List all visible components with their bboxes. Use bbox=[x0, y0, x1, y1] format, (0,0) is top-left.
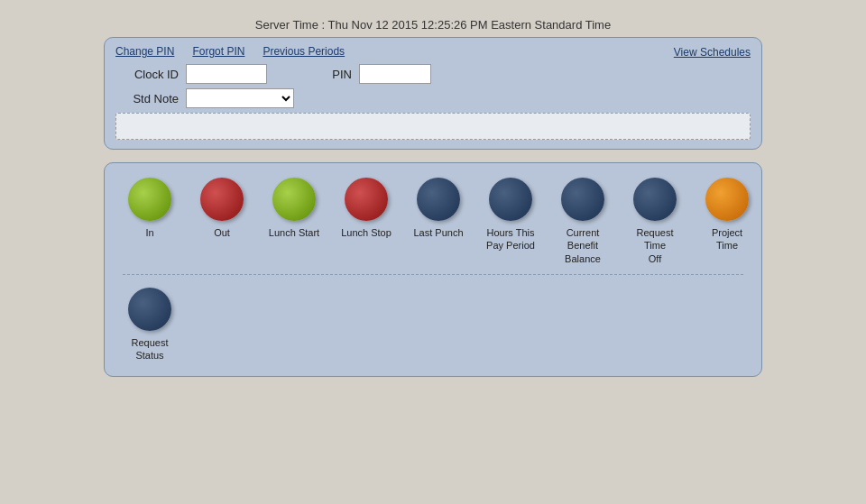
std-note-label: Std Note bbox=[115, 92, 179, 105]
out-button-item[interactable]: Out bbox=[195, 178, 249, 239]
request-time-off-button-item[interactable]: Request TimeOff bbox=[628, 178, 682, 265]
project-time-button-item[interactable]: Project Time bbox=[700, 178, 754, 252]
clock-id-input[interactable] bbox=[186, 64, 267, 84]
top-panel-links: Change PIN Forgot PIN Previous Periods V… bbox=[115, 45, 751, 59]
view-schedules-link[interactable]: View Schedules bbox=[674, 46, 751, 59]
request-time-off-button-label: Request TimeOff bbox=[628, 226, 682, 265]
project-time-button[interactable] bbox=[705, 178, 749, 221]
lunch-start-button[interactable] bbox=[272, 178, 316, 221]
clock-id-row: Clock ID PIN bbox=[115, 64, 751, 84]
in-button-item[interactable]: In bbox=[123, 178, 177, 239]
current-benefit-balance-button[interactable] bbox=[561, 178, 604, 221]
pin-label: PIN bbox=[289, 68, 352, 81]
last-punch-button[interactable] bbox=[417, 178, 460, 221]
request-status-button-label: RequestStatus bbox=[132, 336, 169, 362]
in-button[interactable] bbox=[128, 178, 171, 221]
out-button-label: Out bbox=[214, 226, 230, 239]
last-punch-button-item[interactable]: Last Punch bbox=[411, 178, 465, 239]
project-time-button-label: Project Time bbox=[700, 226, 754, 252]
request-status-button[interactable] bbox=[128, 288, 171, 331]
clock-id-label: Clock ID bbox=[115, 68, 179, 81]
current-benefit-balance-button-label: CurrentBenefitBalance bbox=[565, 226, 601, 265]
change-pin-link[interactable]: Change PIN bbox=[115, 45, 174, 59]
previous-periods-link[interactable]: Previous Periods bbox=[263, 45, 345, 59]
std-note-select[interactable]: Option 1 Option 2 bbox=[186, 88, 294, 108]
last-punch-button-label: Last Punch bbox=[413, 226, 463, 239]
out-button[interactable] bbox=[200, 178, 244, 221]
lunch-start-button-label: Lunch Start bbox=[269, 226, 319, 239]
top-panel: Change PIN Forgot PIN Previous Periods V… bbox=[104, 37, 762, 150]
std-note-row: Std Note Option 1 Option 2 bbox=[115, 88, 751, 108]
forgot-pin-link[interactable]: Forgot PIN bbox=[192, 45, 244, 59]
lunch-stop-button-label: Lunch Stop bbox=[341, 226, 392, 239]
message-area bbox=[115, 113, 751, 140]
main-buttons-row: In Out Lunch Start Lunch Stop Last Punch bbox=[123, 178, 743, 265]
lunch-start-button-item[interactable]: Lunch Start bbox=[267, 178, 321, 239]
lunch-stop-button[interactable] bbox=[345, 178, 388, 221]
pin-input[interactable] bbox=[359, 64, 431, 84]
request-time-off-button[interactable] bbox=[633, 178, 677, 221]
hours-pay-period-button-item[interactable]: Hours ThisPay Period bbox=[484, 178, 538, 252]
bottom-panel: In Out Lunch Start Lunch Stop Last Punch bbox=[104, 162, 762, 377]
request-status-button-item[interactable]: RequestStatus bbox=[123, 288, 177, 362]
in-button-label: In bbox=[145, 226, 153, 239]
divider bbox=[123, 274, 743, 275]
current-benefit-balance-button-item[interactable]: CurrentBenefitBalance bbox=[556, 178, 610, 265]
server-time: Server Time : Thu Nov 12 2015 12:25:26 P… bbox=[255, 18, 611, 32]
hours-pay-period-button[interactable] bbox=[489, 178, 532, 221]
lunch-stop-button-item[interactable]: Lunch Stop bbox=[339, 178, 393, 239]
second-buttons-row: RequestStatus bbox=[123, 288, 743, 362]
hours-pay-period-button-label: Hours ThisPay Period bbox=[486, 226, 535, 252]
